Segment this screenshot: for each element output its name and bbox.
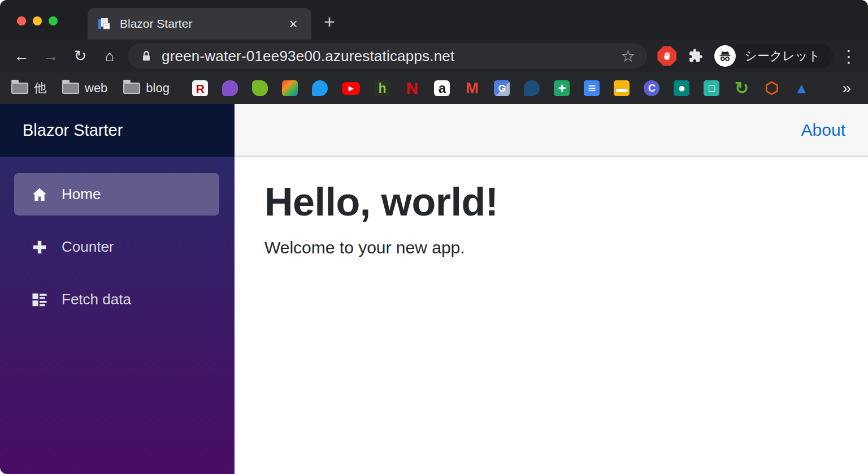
- tab-blazor-starter[interactable]: Blazor Starter ×: [88, 8, 311, 40]
- orange-hexagon-icon[interactable]: ⬡: [763, 80, 779, 96]
- google-sheets-icon[interactable]: +: [554, 80, 570, 96]
- incognito-label: シークレット: [744, 48, 821, 64]
- youtube-icon[interactable]: ▶: [342, 82, 360, 95]
- address-bar[interactable]: green-water-01ee93e00.azurestaticapps.ne…: [128, 44, 647, 68]
- close-window-button[interactable]: [17, 16, 26, 25]
- sidebar-brand-row: Blazor Starter: [0, 104, 235, 157]
- sidebar-item-counter[interactable]: Counter: [14, 226, 219, 268]
- color-cube-icon[interactable]: [282, 80, 298, 96]
- purple-creature-icon[interactable]: [222, 80, 238, 96]
- folder-icon: [11, 83, 28, 94]
- window-controls: [17, 16, 58, 25]
- incognito-badge: シークレット: [713, 44, 833, 68]
- browser-menu-icon[interactable]: ⋮: [836, 44, 861, 68]
- google-docs-icon[interactable]: ≡: [584, 80, 600, 96]
- about-link[interactable]: About: [801, 120, 845, 140]
- bookmark-folder-other[interactable]: 他: [11, 80, 46, 97]
- azure-icon[interactable]: ▲: [793, 80, 809, 96]
- sidebar: Blazor Starter Home: [0, 104, 235, 474]
- sidebar-item-label: Home: [62, 186, 101, 203]
- reload-icon[interactable]: ↻: [66, 41, 95, 71]
- google-translate-icon[interactable]: G: [494, 80, 510, 96]
- tab-favicon-icon: [97, 16, 112, 32]
- page-subtext: Welcome to your new app.: [264, 238, 845, 257]
- fullscreen-window-button[interactable]: [49, 16, 58, 25]
- back-icon[interactable]: ←: [7, 41, 36, 71]
- folder-icon: [123, 83, 140, 94]
- bookmark-folder-web[interactable]: web: [62, 81, 107, 96]
- bookmark-star-icon[interactable]: ☆: [617, 45, 639, 67]
- forward-icon[interactable]: →: [36, 41, 66, 71]
- twitter-bird-icon[interactable]: [312, 80, 328, 96]
- minimize-window-button[interactable]: [33, 16, 42, 25]
- rakuten-icon[interactable]: R: [192, 80, 208, 96]
- bookmark-folder-blog[interactable]: blog: [123, 81, 170, 96]
- main-article: Hello, world! Welcome to your new app.: [235, 157, 868, 257]
- main-content: About Hello, world! Welcome to your new …: [235, 104, 868, 474]
- home-icon: [31, 186, 49, 204]
- bookmark-favicons: R▶hNaMG+≡▬C●□↻⬡▲: [185, 80, 817, 96]
- google-slides-icon[interactable]: ▬: [614, 80, 630, 96]
- page-title: Hello, world!: [264, 179, 845, 225]
- sidebar-item-label: Fetch data: [62, 291, 131, 308]
- page-content: Blazor Starter Home: [0, 104, 868, 474]
- sidebar-item-label: Counter: [62, 238, 114, 256]
- new-tab-button[interactable]: +: [324, 11, 335, 33]
- sidebar-item-fetchdata[interactable]: Fetch data: [14, 278, 219, 321]
- teal-circle-icon[interactable]: ●: [674, 80, 689, 96]
- extensions-puzzle-icon[interactable]: [683, 44, 708, 68]
- green-sync-icon[interactable]: ↻: [734, 80, 749, 96]
- gmail-icon[interactable]: M: [464, 80, 480, 96]
- teal-doc-icon[interactable]: □: [704, 80, 719, 96]
- incognito-icon: [714, 45, 736, 67]
- app-brand[interactable]: Blazor Starter: [23, 121, 123, 140]
- tab-close-icon[interactable]: ×: [284, 15, 302, 33]
- url-text[interactable]: green-water-01ee93e00.azurestaticapps.ne…: [162, 48, 617, 65]
- bookmarks-overflow-icon[interactable]: »: [842, 79, 858, 97]
- sidebar-nav: Home Counter: [0, 157, 235, 321]
- tab-title: Blazor Starter: [120, 17, 284, 31]
- green-creature-icon[interactable]: [252, 80, 268, 96]
- browser-toolbar: ← → ↻ ⌂ green-water-01ee93e00.azurestati…: [0, 40, 868, 72]
- adblock-extension-icon[interactable]: [654, 44, 679, 68]
- folder-icon: [62, 83, 79, 94]
- netflix-icon[interactable]: N: [404, 80, 420, 96]
- titlebar: Blazor Starter × +: [0, 0, 868, 40]
- list-icon: [31, 291, 49, 309]
- sidebar-item-home[interactable]: Home: [14, 173, 219, 216]
- app-top-row: About: [235, 104, 868, 157]
- home-button-icon[interactable]: ⌂: [95, 41, 124, 71]
- lock-icon[interactable]: [140, 49, 153, 63]
- browser-window: Blazor Starter × + ← → ↻ ⌂ green-water-0…: [0, 0, 868, 474]
- blue-chat-icon[interactable]: [524, 80, 540, 96]
- c-circle-icon[interactable]: C: [644, 80, 659, 96]
- plus-icon: [31, 238, 49, 256]
- bookmarks-bar: 他 web blog R▶hNaMG+≡▬C●□↻⬡▲ »: [0, 72, 868, 104]
- amazon-icon[interactable]: a: [434, 80, 450, 96]
- hatena-icon[interactable]: h: [374, 80, 390, 96]
